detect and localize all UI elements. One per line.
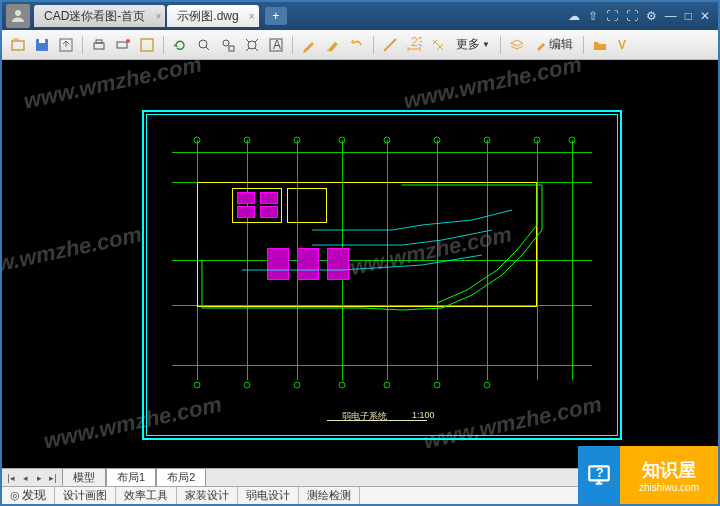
svg-text:V: V bbox=[618, 38, 626, 52]
panel-tools[interactable]: 效率工具 bbox=[116, 487, 177, 504]
drawing-title: 弱电子系统 bbox=[342, 410, 387, 423]
svg-rect-3 bbox=[39, 39, 45, 43]
layers-button[interactable] bbox=[507, 35, 527, 55]
svg-rect-6 bbox=[96, 40, 102, 43]
brand-text: 知识屋 zhishiwu.com bbox=[620, 446, 718, 504]
titlebar: CAD迷你看图-首页 × 示例图.dwg × + ☁ ⇧ ⛶ ⛶ ⚙ — □ ✕ bbox=[2, 2, 718, 30]
panel-home[interactable]: 家装设计 bbox=[177, 487, 238, 504]
tab-model[interactable]: 模型 bbox=[62, 468, 106, 487]
user-avatar[interactable] bbox=[6, 4, 30, 28]
svg-rect-7 bbox=[117, 42, 127, 48]
svg-point-13 bbox=[248, 41, 256, 49]
fullscreen-icon[interactable]: ⛶ bbox=[626, 9, 638, 23]
brand-icon: ? bbox=[578, 446, 620, 504]
svg-text:?: ? bbox=[596, 465, 604, 480]
tab-layout2[interactable]: 布局2 bbox=[156, 468, 206, 487]
save-button[interactable] bbox=[32, 35, 52, 55]
panel-survey[interactable]: 测绘检测 bbox=[299, 487, 360, 504]
next-icon[interactable]: ▸ bbox=[32, 473, 46, 483]
tab-nav: |◂ ◂ ▸ ▸| bbox=[2, 473, 62, 483]
close-icon[interactable]: × bbox=[156, 11, 162, 22]
export-button[interactable] bbox=[56, 35, 76, 55]
panel-design[interactable]: 设计画图 bbox=[55, 487, 116, 504]
tab-layout1[interactable]: 布局1 bbox=[106, 468, 156, 487]
watermark: www.wmzhe.com bbox=[21, 60, 204, 115]
open-button[interactable] bbox=[8, 35, 28, 55]
close-icon[interactable]: ✕ bbox=[700, 9, 710, 23]
svg-text:A: A bbox=[273, 38, 281, 52]
last-icon[interactable]: ▸| bbox=[46, 473, 60, 483]
cloud-icon[interactable]: ☁ bbox=[568, 9, 580, 23]
svg-point-8 bbox=[126, 39, 130, 43]
zoom-button[interactable] bbox=[194, 35, 214, 55]
drawing-canvas[interactable]: www.wmzhe.com www.wmzhe.com www.wmzhe.co… bbox=[2, 60, 718, 468]
tab-label: CAD迷你看图-首页 bbox=[44, 8, 145, 25]
highlight-button[interactable] bbox=[323, 35, 343, 55]
watermark: www.wmzhe.com bbox=[2, 221, 144, 284]
svg-point-10 bbox=[199, 40, 207, 48]
measure2-button[interactable] bbox=[428, 35, 448, 55]
window-controls: ☁ ⇧ ⛶ ⛶ ⚙ — □ ✕ bbox=[568, 9, 718, 23]
tab-home[interactable]: CAD迷你看图-首页 × bbox=[34, 5, 165, 27]
cad-drawing: 弱电子系统 1:100 bbox=[142, 110, 622, 440]
folder-button[interactable] bbox=[590, 35, 610, 55]
zoom-window-button[interactable] bbox=[218, 35, 238, 55]
svg-point-0 bbox=[15, 10, 21, 16]
frame-button[interactable] bbox=[137, 35, 157, 55]
print-button[interactable] bbox=[89, 35, 109, 55]
undo-button[interactable] bbox=[347, 35, 367, 55]
svg-point-11 bbox=[223, 40, 229, 46]
panel-discover[interactable]: ◎发现 bbox=[2, 486, 55, 505]
settings-icon[interactable]: ⚙ bbox=[646, 9, 657, 23]
svg-rect-5 bbox=[94, 43, 104, 49]
svg-rect-12 bbox=[229, 46, 234, 51]
svg-rect-16 bbox=[327, 50, 331, 51]
prev-icon[interactable]: ◂ bbox=[18, 473, 32, 483]
dimension-button[interactable]: 23 bbox=[404, 35, 424, 55]
brand-url: zhishiwu.com bbox=[639, 482, 699, 493]
svg-text:23: 23 bbox=[411, 37, 422, 49]
maximize-icon[interactable]: □ bbox=[685, 9, 692, 23]
pencil-button[interactable] bbox=[299, 35, 319, 55]
brand-name: 知识屋 bbox=[642, 458, 696, 482]
toolbar: A 23 更多▼ 编辑 V bbox=[2, 30, 718, 60]
branding-badge: ? 知识屋 zhishiwu.com bbox=[578, 446, 718, 504]
svg-rect-9 bbox=[141, 39, 153, 51]
tab-label: 示例图.dwg bbox=[177, 8, 238, 25]
expand-icon[interactable]: ⛶ bbox=[606, 9, 618, 23]
first-icon[interactable]: |◂ bbox=[4, 473, 18, 483]
measure-button[interactable] bbox=[380, 35, 400, 55]
tab-file[interactable]: 示例图.dwg × bbox=[167, 5, 258, 27]
new-tab-button[interactable]: + bbox=[265, 7, 287, 25]
svg-rect-1 bbox=[12, 41, 24, 50]
minimize-icon[interactable]: — bbox=[665, 9, 677, 23]
refresh-button[interactable] bbox=[170, 35, 190, 55]
watermark: www.wmzhe.com bbox=[401, 60, 584, 115]
vip-button[interactable]: V bbox=[614, 35, 634, 55]
zoom-extents-button[interactable] bbox=[242, 35, 262, 55]
drawing-scale: 1:100 bbox=[412, 410, 435, 420]
text-button[interactable]: A bbox=[266, 35, 286, 55]
more-button[interactable]: 更多▼ bbox=[452, 36, 494, 53]
print-area-button[interactable] bbox=[113, 35, 133, 55]
share-icon[interactable]: ⇧ bbox=[588, 9, 598, 23]
close-icon[interactable]: × bbox=[249, 11, 255, 22]
edit-button[interactable]: 编辑 bbox=[531, 36, 577, 53]
panel-lowvolt[interactable]: 弱电设计 bbox=[238, 487, 299, 504]
